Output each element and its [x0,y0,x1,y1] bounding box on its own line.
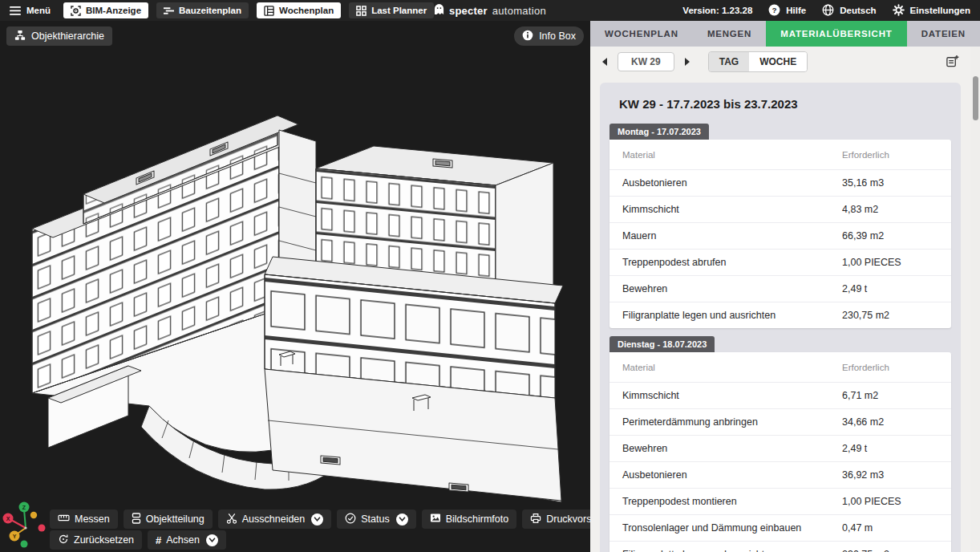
hamburger-icon [10,6,21,15]
status-dropdown-button[interactable] [396,513,408,526]
object-split-button[interactable]: Objektteilung [124,509,213,529]
info-circle-icon [522,30,533,43]
table-row: Perimeterdämmung anbringen 34,66 m2 [609,408,951,435]
menu-button[interactable]: Menü [10,6,51,15]
material-quantity: 230,75 m2 [842,310,938,321]
object-hierarchy-button[interactable]: Objekthierarchie [6,26,112,46]
rotate-reset-icon [58,534,69,547]
tab-dateien[interactable]: DATEIEN [907,21,980,47]
arrow-right-icon [684,58,690,66]
ruler-icon [58,513,70,525]
table-header: Material Erforderlich [609,140,951,169]
material-name: Filigranplatte legen und ausrichten [622,549,842,552]
screenshot-button[interactable]: Bildschirmfoto [422,509,517,529]
info-box-button[interactable]: Info Box [514,26,584,46]
wochenplan-button[interactable]: Wochenplan [257,2,341,18]
panel-scroll-area[interactable]: KW 29 - 17.7.2023 bis 23.7.2023 Montag -… [590,76,980,552]
language-button[interactable]: Deutsch [822,4,876,18]
week-select-button[interactable]: KW 29 [618,52,674,71]
cut-dropdown-button[interactable] [311,513,323,526]
bim-anzeige-button[interactable]: BIM-Anzeige [63,2,148,18]
question-circle-icon: ? [768,4,780,18]
bauzeitenplan-button[interactable]: Bauzeitenplan [156,2,249,18]
material-quantity: 35,16 m3 [842,177,938,189]
table-row: Treppenpodest abrufen 1,00 PIECES [609,249,951,275]
top-bar: Menü BIM-Anzeige Bauzeitenplan Wochenpla… [0,0,980,21]
axes-grid-icon: # [156,534,161,546]
material-name: Kimmschicht [622,390,842,401]
help-label: Hilfe [786,6,806,15]
cut-button[interactable]: Ausschneiden [218,509,332,529]
stacked-boxes-icon [132,513,141,526]
bauzeitenplan-label: Bauzeitenplan [179,6,241,15]
column-material: Material [622,363,842,372]
axes-button[interactable]: # Achsen [148,530,226,550]
week-table-icon [264,6,274,16]
print-preview-button[interactable]: Druckvorschau [522,509,590,529]
scrollbar-thumb[interactable] [973,76,978,120]
print-preview-label: Druckvorschau [546,513,590,525]
tab-mengen[interactable]: MENGEN [693,21,766,47]
material-name: Bewehren [622,283,842,294]
measure-button[interactable]: Messen [50,509,118,529]
table-row: Tronsolenlager und Dämmung einbauen 0,47… [609,514,951,541]
gear-icon [893,4,905,18]
help-button[interactable]: ? Hilfe [768,4,806,18]
material-name: Filigranplatte legen und ausrichten [622,310,842,321]
tab-wochenplan[interactable]: WOCHENPLAN [590,21,693,47]
material-name: Perimeterdämmung anbringen [622,416,842,428]
bim-anzeige-label: BIM-Anzeige [86,6,141,15]
previous-week-button[interactable] [598,55,611,68]
reset-view-button[interactable]: Zurücksetzen [50,530,142,550]
axis-z-label: Z [22,505,26,510]
top-bar-right: Version: 1.23.28 ? Hilfe Deutsch Einstel… [682,4,970,18]
material-quantity: 2,49 t [842,443,938,454]
chevron-down-icon [209,538,216,542]
week-navigation: KW 29 TAG WOCHE [590,47,980,76]
week-heading: KW 29 - 17.7.2023 bis 23.7.2023 [619,97,951,111]
toggle-woche-button[interactable]: WOCHE [749,52,807,71]
toggle-tag-button[interactable]: TAG [709,52,749,71]
table-row: Kimmschicht 6,71 m2 [609,382,951,408]
last-planner-label: Last Planner [371,6,427,15]
column-required: Erforderlich [842,150,938,160]
settings-button[interactable]: Einstellungen [893,4,970,18]
viewport-toolbar-row2: Zurücksetzen # Achsen [50,530,226,550]
column-required: Erforderlich [842,363,938,372]
arrow-left-icon [601,58,608,66]
object-hierarchy-label: Objekthierarchie [31,30,104,42]
axes-dropdown-button[interactable] [206,534,218,546]
material-overview-card: KW 29 - 17.7.2023 bis 23.7.2023 Montag -… [600,83,961,552]
note-plus-icon[interactable] [946,55,959,68]
material-name: Mauern [622,230,842,242]
table-row: Bewehren 2,49 t [609,435,951,461]
day-week-toggle: TAG WOCHE [708,51,808,72]
table-row: Treppenpodest montieren 1,00 PIECES [609,488,951,514]
table-row: Ausbetonieren 36,92 m3 [609,461,951,488]
chevron-down-icon [314,517,321,522]
bim-3d-viewport[interactable]: Objekthierarchie Info Box Messen Objektt… [0,21,590,552]
material-quantity: 34,66 m2 [842,416,938,428]
material-quantity: 4,83 m2 [842,204,938,215]
image-icon [430,513,441,526]
material-quantity: 36,92 m3 [842,469,938,481]
last-planner-button[interactable]: Last Planner [349,2,434,18]
org-chart-icon [14,30,26,43]
application-window: Menü BIM-Anzeige Bauzeitenplan Wochenpla… [0,0,980,552]
scrollbar-track[interactable] [970,47,980,552]
material-name: Ausbetonieren [622,469,842,481]
bim-model-canvas[interactable] [0,21,590,552]
material-name: Kimmschicht [622,204,842,215]
material-quantity: 1,00 PIECES [842,496,938,507]
next-week-button[interactable] [681,55,694,68]
language-label: Deutsch [840,6,876,15]
panel-tab-bar: WOCHENPLAN MENGEN MATERIALÜBERSICHT DATE… [590,21,980,47]
status-button[interactable]: Status [337,509,415,529]
version-label: Version: 1.23.28 [682,6,752,15]
material-quantity: 66,39 m2 [842,230,938,242]
column-material: Material [622,150,842,160]
brand-name-bold: specter [449,5,488,17]
tab-materialuebersicht[interactable]: MATERIALÜBERSICHT [766,21,906,47]
brand-name-light: automation [492,5,546,17]
axis-gizmo[interactable]: Z X Y [2,496,55,550]
